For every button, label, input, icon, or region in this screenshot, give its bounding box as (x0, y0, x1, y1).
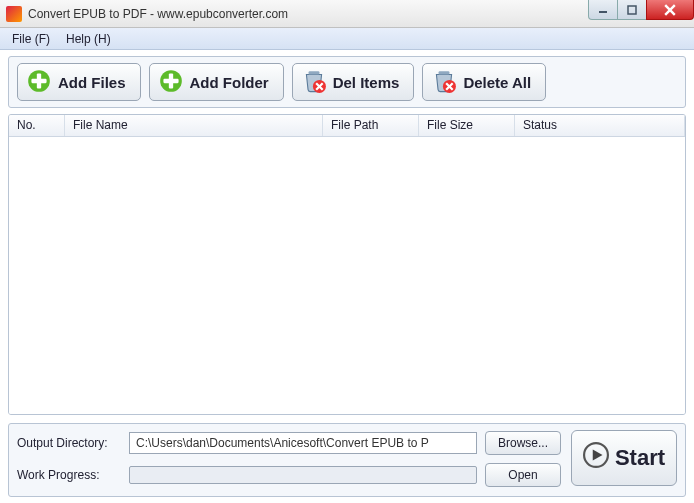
col-header-filepath[interactable]: File Path (323, 115, 419, 136)
del-items-label: Del Items (333, 74, 400, 91)
bottom-panel: Output Directory: Browse... Work Progres… (8, 423, 686, 497)
toolbar: Add Files Add Folder Del Items Delete Al… (8, 56, 686, 108)
open-button[interactable]: Open (485, 463, 561, 487)
col-header-status[interactable]: Status (515, 115, 685, 136)
browse-button[interactable]: Browse... (485, 431, 561, 455)
close-button[interactable] (646, 0, 694, 20)
svg-marker-19 (593, 450, 603, 461)
svg-rect-6 (31, 78, 46, 82)
svg-rect-9 (163, 78, 178, 82)
minimize-button[interactable] (588, 0, 618, 20)
maximize-button[interactable] (617, 0, 647, 20)
client-area: Add Files Add Folder Del Items Delete Al… (0, 50, 694, 503)
add-files-button[interactable]: Add Files (17, 63, 141, 101)
work-progress-label: Work Progress: (17, 468, 121, 482)
plus-icon (158, 68, 184, 97)
start-label: Start (615, 445, 665, 471)
menu-help[interactable]: Help (H) (58, 30, 119, 48)
col-header-filesize[interactable]: File Size (419, 115, 515, 136)
bottom-left: Output Directory: Browse... Work Progres… (17, 430, 561, 488)
delete-all-button[interactable]: Delete All (422, 63, 546, 101)
plus-icon (26, 68, 52, 97)
list-body[interactable] (9, 137, 685, 414)
trash-delete-icon (431, 68, 457, 97)
col-header-filename[interactable]: File Name (65, 115, 323, 136)
add-folder-button[interactable]: Add Folder (149, 63, 284, 101)
svg-rect-14 (439, 71, 450, 74)
menu-file[interactable]: File (F) (4, 30, 58, 48)
output-dir-label: Output Directory: (17, 436, 121, 450)
trash-delete-icon (301, 68, 327, 97)
col-header-no[interactable]: No. (9, 115, 65, 136)
play-icon (583, 442, 609, 474)
output-dir-input[interactable] (129, 432, 477, 454)
add-files-label: Add Files (58, 74, 126, 91)
svg-rect-1 (628, 6, 636, 14)
svg-rect-10 (308, 71, 319, 74)
start-button[interactable]: Start (571, 430, 677, 486)
add-folder-label: Add Folder (190, 74, 269, 91)
list-header: No. File Name File Path File Size Status (9, 115, 685, 137)
app-icon (6, 6, 22, 22)
window-controls (589, 0, 694, 20)
window-titlebar: Convert EPUB to PDF - www.epubconverter.… (0, 0, 694, 28)
menubar: File (F) Help (H) (0, 28, 694, 50)
file-list-panel: No. File Name File Path File Size Status (8, 114, 686, 415)
delete-all-label: Delete All (463, 74, 531, 91)
progress-bar (129, 466, 477, 484)
window-title: Convert EPUB to PDF - www.epubconverter.… (28, 7, 288, 21)
del-items-button[interactable]: Del Items (292, 63, 415, 101)
